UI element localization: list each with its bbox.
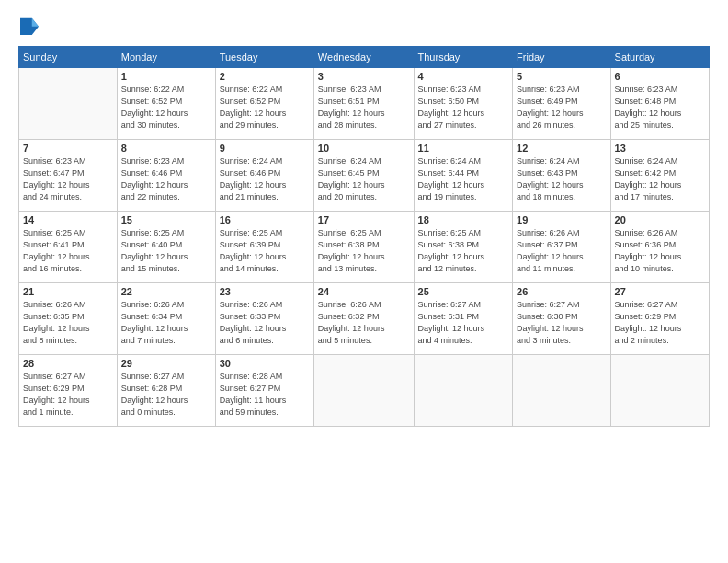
day-number: 5 [517,71,607,82]
day-number: 12 [517,143,607,154]
day-number: 9 [220,143,310,154]
day-cell: 11Sunrise: 6:24 AM Sunset: 6:44 PM Dayli… [414,140,513,212]
day-number: 20 [615,214,705,225]
page-header [18,17,710,39]
day-cell: 27Sunrise: 6:27 AM Sunset: 6:29 PM Dayli… [610,283,709,355]
day-detail: Sunrise: 6:23 AM Sunset: 6:47 PM Dayligh… [23,155,113,203]
day-cell: 16Sunrise: 6:25 AM Sunset: 6:39 PM Dayli… [215,212,313,283]
weekday-header-sunday: Sunday [19,47,118,68]
day-cell: 9Sunrise: 6:24 AM Sunset: 6:46 PM Daylig… [215,140,313,212]
day-cell: 28Sunrise: 6:27 AM Sunset: 6:29 PM Dayli… [19,355,118,427]
day-number: 14 [23,214,113,225]
day-cell: 1Sunrise: 6:22 AM Sunset: 6:52 PM Daylig… [117,68,215,140]
day-detail: Sunrise: 6:28 AM Sunset: 6:27 PM Dayligh… [220,371,310,419]
day-cell: 4Sunrise: 6:23 AM Sunset: 6:50 PM Daylig… [414,68,513,140]
day-number: 2 [220,71,310,82]
day-detail: Sunrise: 6:27 AM Sunset: 6:29 PM Dayligh… [23,371,113,419]
day-number: 18 [418,214,509,225]
day-number: 26 [517,286,607,297]
weekday-header-row: SundayMondayTuesdayWednesdayThursdayFrid… [19,47,710,68]
day-cell: 21Sunrise: 6:26 AM Sunset: 6:35 PM Dayli… [19,283,118,355]
week-row-3: 14Sunrise: 6:25 AM Sunset: 6:41 PM Dayli… [19,212,710,283]
day-number: 13 [615,143,705,154]
day-cell: 18Sunrise: 6:25 AM Sunset: 6:38 PM Dayli… [414,212,513,283]
calendar-table: SundayMondayTuesdayWednesdayThursdayFrid… [18,46,710,427]
day-number: 15 [121,214,211,225]
day-number: 16 [220,214,310,225]
day-detail: Sunrise: 6:27 AM Sunset: 6:31 PM Dayligh… [418,299,509,347]
day-detail: Sunrise: 6:24 AM Sunset: 6:43 PM Dayligh… [517,155,607,203]
day-number: 27 [615,286,705,297]
day-detail: Sunrise: 6:26 AM Sunset: 6:36 PM Dayligh… [615,227,705,275]
week-row-4: 21Sunrise: 6:26 AM Sunset: 6:35 PM Dayli… [19,283,710,355]
day-detail: Sunrise: 6:25 AM Sunset: 6:41 PM Dayligh… [23,227,113,275]
weekday-header-thursday: Thursday [414,47,513,68]
day-detail: Sunrise: 6:26 AM Sunset: 6:32 PM Dayligh… [318,299,410,347]
day-cell [610,355,709,427]
day-number: 21 [23,286,113,297]
day-cell: 5Sunrise: 6:23 AM Sunset: 6:49 PM Daylig… [513,68,611,140]
day-detail: Sunrise: 6:24 AM Sunset: 6:46 PM Dayligh… [220,155,310,203]
day-cell: 13Sunrise: 6:24 AM Sunset: 6:42 PM Dayli… [610,140,709,212]
week-row-1: 1Sunrise: 6:22 AM Sunset: 6:52 PM Daylig… [19,68,710,140]
week-row-5: 28Sunrise: 6:27 AM Sunset: 6:29 PM Dayli… [19,355,710,427]
day-detail: Sunrise: 6:26 AM Sunset: 6:34 PM Dayligh… [121,299,211,347]
logo [18,17,42,39]
day-number: 1 [121,71,211,82]
day-detail: Sunrise: 6:26 AM Sunset: 6:35 PM Dayligh… [23,299,113,347]
day-detail: Sunrise: 6:24 AM Sunset: 6:44 PM Dayligh… [418,155,509,203]
day-cell [513,355,611,427]
day-cell [414,355,513,427]
day-cell: 3Sunrise: 6:23 AM Sunset: 6:51 PM Daylig… [313,68,414,140]
day-cell: 10Sunrise: 6:24 AM Sunset: 6:45 PM Dayli… [313,140,414,212]
weekday-header-monday: Monday [117,47,215,68]
day-cell: 29Sunrise: 6:27 AM Sunset: 6:28 PM Dayli… [117,355,215,427]
day-cell: 30Sunrise: 6:28 AM Sunset: 6:27 PM Dayli… [215,355,313,427]
day-number: 30 [220,358,310,369]
weekday-header-friday: Friday [513,47,611,68]
day-detail: Sunrise: 6:22 AM Sunset: 6:52 PM Dayligh… [121,84,211,132]
day-number: 19 [517,214,607,225]
day-detail: Sunrise: 6:26 AM Sunset: 6:33 PM Dayligh… [220,299,310,347]
day-number: 11 [418,143,509,154]
day-detail: Sunrise: 6:25 AM Sunset: 6:39 PM Dayligh… [220,227,310,275]
day-cell: 14Sunrise: 6:25 AM Sunset: 6:41 PM Dayli… [19,212,118,283]
day-cell: 23Sunrise: 6:26 AM Sunset: 6:33 PM Dayli… [215,283,313,355]
day-number: 25 [418,286,509,297]
day-number: 17 [318,214,410,225]
day-cell [313,355,414,427]
day-cell: 15Sunrise: 6:25 AM Sunset: 6:40 PM Dayli… [117,212,215,283]
day-number: 8 [121,143,211,154]
day-cell: 26Sunrise: 6:27 AM Sunset: 6:30 PM Dayli… [513,283,611,355]
day-cell: 6Sunrise: 6:23 AM Sunset: 6:48 PM Daylig… [610,68,709,140]
day-number: 24 [318,286,410,297]
weekday-header-tuesday: Tuesday [215,47,313,68]
day-cell: 24Sunrise: 6:26 AM Sunset: 6:32 PM Dayli… [313,283,414,355]
week-row-2: 7Sunrise: 6:23 AM Sunset: 6:47 PM Daylig… [19,140,710,212]
day-detail: Sunrise: 6:23 AM Sunset: 6:51 PM Dayligh… [318,84,410,132]
day-cell [19,68,118,140]
day-number: 28 [23,358,113,369]
day-detail: Sunrise: 6:23 AM Sunset: 6:48 PM Dayligh… [615,84,705,132]
day-detail: Sunrise: 6:23 AM Sunset: 6:46 PM Dayligh… [121,155,211,203]
day-detail: Sunrise: 6:26 AM Sunset: 6:37 PM Dayligh… [517,227,607,275]
day-cell: 17Sunrise: 6:25 AM Sunset: 6:38 PM Dayli… [313,212,414,283]
day-detail: Sunrise: 6:25 AM Sunset: 6:38 PM Dayligh… [318,227,410,275]
day-cell: 2Sunrise: 6:22 AM Sunset: 6:52 PM Daylig… [215,68,313,140]
day-detail: Sunrise: 6:22 AM Sunset: 6:52 PM Dayligh… [220,84,310,132]
day-detail: Sunrise: 6:25 AM Sunset: 6:38 PM Dayligh… [418,227,509,275]
day-cell: 12Sunrise: 6:24 AM Sunset: 6:43 PM Dayli… [513,140,611,212]
weekday-header-saturday: Saturday [610,47,709,68]
day-number: 29 [121,358,211,369]
day-number: 6 [615,71,705,82]
weekday-header-wednesday: Wednesday [313,47,414,68]
day-number: 3 [318,71,410,82]
day-detail: Sunrise: 6:25 AM Sunset: 6:40 PM Dayligh… [121,227,211,275]
day-cell: 19Sunrise: 6:26 AM Sunset: 6:37 PM Dayli… [513,212,611,283]
day-cell: 22Sunrise: 6:26 AM Sunset: 6:34 PM Dayli… [117,283,215,355]
day-cell: 20Sunrise: 6:26 AM Sunset: 6:36 PM Dayli… [610,212,709,283]
day-detail: Sunrise: 6:27 AM Sunset: 6:28 PM Dayligh… [121,371,211,419]
day-number: 7 [23,143,113,154]
day-detail: Sunrise: 6:23 AM Sunset: 6:49 PM Dayligh… [517,84,607,132]
day-number: 10 [318,143,410,154]
